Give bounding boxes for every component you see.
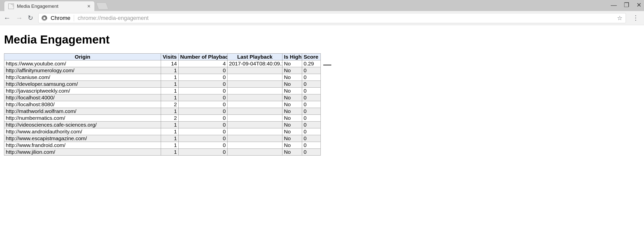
maximize-icon[interactable]: ❐	[624, 2, 629, 8]
table-row[interactable]: http://javascriptweekly.com/10No0	[4, 88, 321, 94]
cell-visits: 1	[161, 128, 179, 135]
cell-high: No	[282, 88, 302, 94]
engagement-table: Origin Visits Number of Playbacks Last P…	[4, 53, 321, 156]
table-row[interactable]: http://www.escapistmagazine.com/10No0	[4, 135, 321, 142]
cell-origin: http://developer.samsung.com/	[4, 81, 161, 88]
close-window-icon[interactable]: ✕	[636, 2, 641, 8]
cell-score: 0.29	[302, 60, 321, 67]
col-score[interactable]: Score ▼	[302, 54, 321, 60]
cell-high: No	[282, 67, 302, 74]
table-row[interactable]: http://developer.samsung.com/10No0	[4, 81, 321, 88]
cell-playbacks: 0	[179, 115, 228, 122]
cell-visits: 1	[161, 149, 179, 156]
col-last-playback[interactable]: Last Playback	[228, 54, 282, 60]
cell-last	[228, 149, 282, 156]
cell-score: 0	[302, 115, 321, 122]
table-row[interactable]: http://mathworld.wolfram.com/10No0	[4, 108, 321, 115]
cell-score: 0	[302, 149, 321, 156]
cell-score: 0	[302, 101, 321, 108]
new-tab-button[interactable]	[96, 3, 109, 10]
cell-playbacks: 0	[179, 94, 228, 101]
cell-origin: http://localhost:4000/	[4, 94, 161, 101]
bookmark-star-icon[interactable]: ☆	[617, 15, 623, 22]
back-button[interactable]: ←	[4, 14, 11, 22]
table-row[interactable]: http://localhost:8080/20No0	[4, 101, 321, 108]
cell-high: No	[282, 81, 302, 88]
cell-high: No	[282, 122, 302, 128]
page-content: Media Engagement Origin Visits Number of…	[0, 25, 644, 159]
page-title: Media Engagement	[4, 33, 640, 46]
cell-origin: http://www.androidauthority.com/	[4, 128, 161, 135]
table-row[interactable]: http://www.androidauthority.com/10No0	[4, 128, 321, 135]
cell-origin: http://www.frandroid.com/	[4, 142, 161, 149]
address-bar[interactable]: Chrome chrome://media-engagement ☆	[38, 13, 626, 23]
cell-score: 0	[302, 74, 321, 81]
cell-last	[228, 94, 282, 101]
cell-score: 0	[302, 142, 321, 149]
cell-playbacks: 0	[179, 74, 228, 81]
cell-playbacks: 0	[179, 101, 228, 108]
tab-title: Media Engagement	[17, 4, 58, 9]
table-row[interactable]: http://www.frandroid.com/10No0	[4, 142, 321, 149]
table-row[interactable]: http://affinitynumerology.com/10No0	[4, 67, 321, 74]
cell-playbacks: 0	[179, 122, 228, 128]
browser-toolbar: ← → ↻ Chrome chrome://media-engagement ☆…	[0, 11, 644, 25]
cell-origin: http://www.escapistmagazine.com/	[4, 135, 161, 142]
cell-score: 0	[302, 67, 321, 74]
window-controls: — ❐ ✕	[611, 2, 641, 8]
table-row[interactable]: http://localhost:4000/10No0	[4, 94, 321, 101]
reload-button[interactable]: ↻	[28, 14, 33, 22]
col-is-high[interactable]: Is High	[282, 54, 302, 60]
url-text: chrome://media-engagement	[78, 15, 148, 21]
cell-score: 0	[302, 108, 321, 115]
table-row[interactable]: http://www.jilion.com/10No0	[4, 149, 321, 156]
col-origin[interactable]: Origin	[4, 54, 161, 60]
cell-last	[228, 142, 282, 149]
cell-origin: http://www.jilion.com/	[4, 149, 161, 156]
table-row[interactable]: http://caniuse.com/10No0	[4, 74, 321, 81]
cell-high: No	[282, 149, 302, 156]
cell-high: No	[282, 101, 302, 108]
cell-visits: 1	[161, 122, 179, 128]
cell-high: No	[282, 108, 302, 115]
menu-kebab-icon[interactable]: ⋮	[631, 14, 640, 22]
cell-score: 0	[302, 135, 321, 142]
cell-score: 0	[302, 122, 321, 128]
cell-playbacks: 0	[179, 81, 228, 88]
cell-score: 0	[302, 88, 321, 94]
cell-visits: 2	[161, 115, 179, 122]
cell-score: 0	[302, 81, 321, 88]
url-scheme-label: Chrome	[51, 15, 74, 21]
cell-playbacks: 0	[179, 135, 228, 142]
cell-origin: http://localhost:8080/	[4, 101, 161, 108]
col-visits[interactable]: Visits	[161, 54, 179, 60]
cell-visits: 1	[161, 94, 179, 101]
table-row[interactable]: https://www.youtube.com/1442017-09-04T08…	[4, 60, 321, 67]
cell-playbacks: 4	[179, 60, 228, 67]
table-row[interactable]: http://numbermatics.com/20No0	[4, 115, 321, 122]
col-playbacks[interactable]: Number of Playbacks	[179, 54, 228, 60]
cell-origin: http://numbermatics.com/	[4, 115, 161, 122]
cell-visits: 1	[161, 142, 179, 149]
cell-last	[228, 74, 282, 81]
cell-origin: https://www.youtube.com/	[4, 60, 161, 67]
cell-origin: http://affinitynumerology.com/	[4, 67, 161, 74]
table-row[interactable]: http://videosciences.cafe-sciences.org/1…	[4, 122, 321, 128]
cell-playbacks: 0	[179, 67, 228, 74]
cell-visits: 1	[161, 74, 179, 81]
forward-button[interactable]: →	[16, 14, 23, 22]
remove-row-button[interactable]: —	[323, 60, 331, 68]
tab-close-icon[interactable]: ×	[87, 4, 90, 9]
cell-origin: http://javascriptweekly.com/	[4, 88, 161, 94]
browser-tab[interactable]: Media Engagement ×	[4, 1, 95, 11]
cell-high: No	[282, 128, 302, 135]
minimize-icon[interactable]: —	[611, 2, 617, 8]
cell-last	[228, 67, 282, 74]
cell-last	[228, 115, 282, 122]
cell-high: No	[282, 142, 302, 149]
cell-score: 0	[302, 128, 321, 135]
cell-high: No	[282, 94, 302, 101]
cell-last	[228, 88, 282, 94]
cell-score: 0	[302, 94, 321, 101]
cell-visits: 1	[161, 108, 179, 115]
